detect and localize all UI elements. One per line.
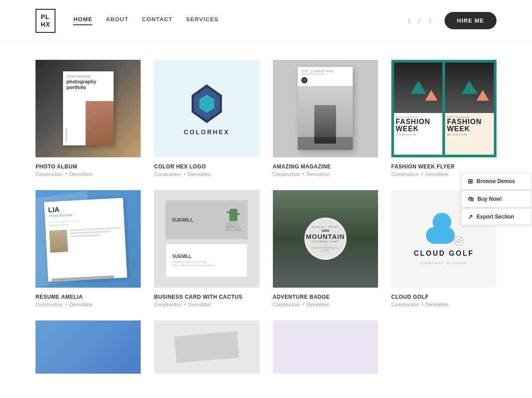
main-content: JONATHAN DOE photographyportfolio PHOTO … [0, 42, 532, 398]
browse-demos-button[interactable]: ⊞ Browse Demos [461, 173, 532, 190]
portfolio-item-photo-album[interactable]: JONATHAN DOE photographyportfolio PHOTO … [35, 60, 141, 177]
meta-separator [303, 173, 304, 175]
export-icon: ↗ [468, 213, 473, 220]
main-nav: HOME ABOUT CONTACT SERVICES [73, 16, 218, 25]
portfolio-title: ADVENTURE BADGE [273, 294, 378, 300]
portfolio-title: CLOUD GOLF [391, 294, 497, 300]
logo[interactable]: PL HX [35, 9, 55, 33]
portfolio-title: COLOR HEX LOGO [154, 164, 259, 170]
portfolio-meta: Construction Demolition [273, 302, 378, 307]
portfolio-title: BUSINESS CARD WITH CACTUS [154, 294, 259, 300]
thumb-colorhex: COLORHEX [154, 60, 259, 157]
thumb-adventure: AUSTIN • TEXAS 1985 MOUNTAIN TRAINING CA… [273, 190, 378, 288]
portfolio-item-partial-3[interactable] [273, 320, 378, 380]
portfolio-title: AMAZING MAGAZINE [273, 164, 378, 170]
portfolio-meta: Construction Demolition [35, 172, 141, 177]
meta-separator [422, 173, 423, 175]
youtube-icon[interactable]:  [429, 17, 431, 24]
portfolio-meta: Construction Demolition [391, 302, 497, 307]
buy-now-button[interactable]: 🛍 Buy Now! [461, 191, 532, 207]
thumb-partial-3 [273, 320, 378, 374]
portfolio-title: RESUME AMELIA [35, 294, 141, 300]
meta-separator [184, 173, 185, 175]
floating-panel: ⊞ Browse Demos 🛍 Buy Now! ↗ Export Secti… [461, 173, 532, 225]
portfolio-title: FASHION WEEK FLYER [391, 164, 497, 170]
thumb-bizcard: SUEMILL CACTUSIMAGE ISINCLUDED SUEMILL 1… [154, 190, 259, 288]
portfolio-grid: JONATHAN DOE photographyportfolio PHOTO … [35, 60, 497, 380]
portfolio-item-magazine[interactable]: THE SYAHIM MAG REAL SPIN MAGAZINE 31 AMA… [273, 60, 378, 177]
portfolio-item-partial-1[interactable] [35, 320, 141, 380]
portfolio-item-resume[interactable]: LIA -Piece Resume ──────────────── Maria… [35, 190, 141, 307]
portfolio-meta: Construction Demolition [35, 302, 141, 307]
meta-separator [66, 173, 67, 175]
thumb-partial-1 [35, 320, 141, 374]
thumb-partial-2 [154, 320, 259, 374]
portfolio-item-fashion[interactable]: BEST PREMIUM FASHIONWEEK IT STARTS AT 8 … [391, 60, 497, 177]
buy-now-icon: 🛍 [468, 195, 474, 203]
thumb-magazine: THE SYAHIM MAG REAL SPIN MAGAZINE 31 [273, 60, 378, 157]
portfolio-meta: Construction Demolition [273, 172, 378, 177]
meta-separator [184, 304, 185, 305]
portfolio-title: PHOTO ALBUM [35, 164, 141, 170]
thumb-resume: LIA -Piece Resume ──────────────── Maria… [35, 190, 141, 288]
social-icons:    [408, 17, 431, 24]
hire-me-button[interactable]: HIRE ME [445, 12, 497, 29]
portfolio-meta: Construction Demolition [154, 172, 259, 177]
thumb-fashion: BEST PREMIUM FASHIONWEEK IT STARTS AT 8 … [391, 60, 497, 157]
meta-separator [422, 304, 423, 305]
meta-separator [303, 304, 304, 305]
portfolio-item-bizcard[interactable]: SUEMILL CACTUSIMAGE ISINCLUDED SUEMILL 1… [154, 190, 259, 307]
thumb-photo-album: JONATHAN DOE photographyportfolio [35, 60, 141, 157]
portfolio-meta: Construction Demolition [154, 302, 259, 307]
header: PL HX HOME ABOUT CONTACT SERVICES    … [0, 0, 532, 42]
portfolio-item-partial-2[interactable] [154, 320, 259, 380]
portfolio-item-color-hex[interactable]: COLORHEX COLOR HEX LOGO Construction Dem… [154, 60, 259, 177]
facebook-icon[interactable]:  [408, 17, 410, 24]
export-section-button[interactable]: ↗ Export Section [461, 208, 532, 225]
nav-about[interactable]: ABOUT [106, 16, 128, 25]
nav-services[interactable]: SERVICES [186, 16, 219, 25]
browse-demos-icon: ⊞ [468, 178, 473, 185]
twitter-icon[interactable]:  [418, 17, 421, 24]
nav-contact[interactable]: CONTACT [142, 16, 173, 25]
portfolio-item-adventure[interactable]: AUSTIN • TEXAS 1985 MOUNTAIN TRAINING CA… [273, 190, 378, 307]
meta-separator [66, 304, 67, 305]
nav-home[interactable]: HOME [73, 16, 92, 25]
